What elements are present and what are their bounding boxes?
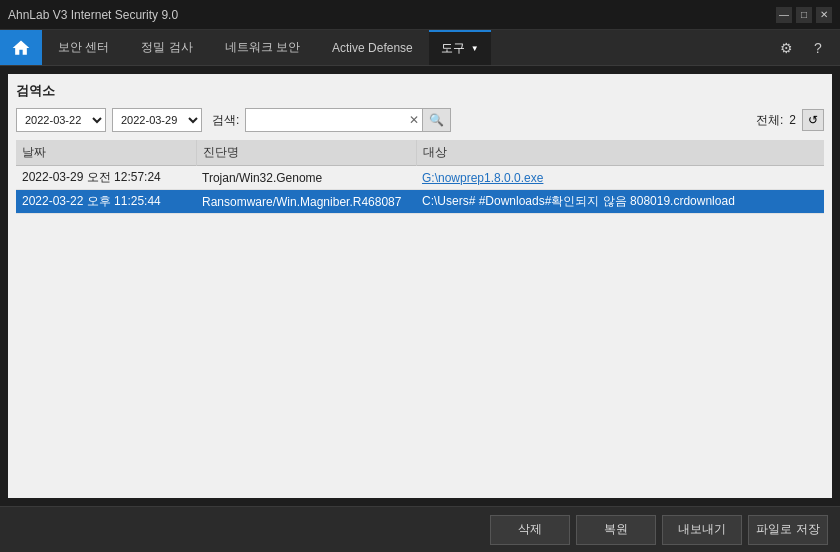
col-target: 대상	[416, 140, 824, 166]
title-bar-left: AhnLab V3 Internet Security 9.0	[8, 8, 178, 22]
search-input[interactable]	[246, 109, 406, 131]
table-row[interactable]: 2022-03-22 오후 11:25:44Ransomware/Win.Mag…	[16, 190, 824, 214]
refresh-icon: ↺	[808, 113, 818, 127]
cell-date: 2022-03-22 오후 11:25:44	[16, 190, 196, 214]
search-clear-button[interactable]: ✕	[406, 113, 422, 127]
date-from-select[interactable]: 2022-03-22	[16, 108, 106, 132]
cell-diagnosis: Ransomware/Win.Magniber.R468087	[196, 190, 416, 214]
save-file-button[interactable]: 파일로 저장	[748, 515, 828, 545]
nav-item-active-defense[interactable]: Active Defense	[316, 30, 429, 65]
table-header: 날짜 진단명 대상	[16, 140, 824, 166]
export-button[interactable]: 내보내기	[662, 515, 742, 545]
tools-dropdown-arrow: ▼	[471, 44, 479, 53]
total-label: 전체:	[756, 112, 783, 129]
refresh-button[interactable]: ↺	[802, 109, 824, 131]
main-content: 검역소 2022-03-22 2022-03-29 검색: ✕ 🔍 전체: 2 …	[8, 74, 832, 498]
settings-icon: ⚙	[780, 40, 793, 56]
restore-button[interactable]: 복원	[576, 515, 656, 545]
title-bar-controls: — □ ✕	[776, 7, 832, 23]
nav-item-network-security[interactable]: 네트워크 보안	[209, 30, 316, 65]
app-title: AhnLab V3 Internet Security 9.0	[8, 8, 178, 22]
total-count-value: 2	[789, 113, 796, 127]
help-icon: ?	[814, 40, 822, 56]
col-date: 날짜	[16, 140, 196, 166]
total-count-area: 전체: 2 ↺	[756, 109, 824, 131]
cell-target: C:\Users# #Downloads#확인되지 않음 808019.crdo…	[416, 190, 824, 214]
cell-date: 2022-03-29 오전 12:57:24	[16, 166, 196, 190]
minimize-button[interactable]: —	[776, 7, 792, 23]
search-container: ✕ 🔍	[245, 108, 451, 132]
search-go-button[interactable]: 🔍	[422, 109, 450, 131]
date-to-select[interactable]: 2022-03-29	[112, 108, 202, 132]
target-link[interactable]: G:\nowprep1.8.0.0.exe	[422, 171, 543, 185]
home-nav-button[interactable]	[0, 30, 42, 65]
search-icon: 🔍	[429, 113, 444, 127]
cell-target[interactable]: G:\nowprep1.8.0.0.exe	[416, 166, 824, 190]
title-bar: AhnLab V3 Internet Security 9.0 — □ ✕	[0, 0, 840, 30]
quarantine-table: 날짜 진단명 대상 2022-03-29 오전 12:57:24Trojan/W…	[16, 140, 824, 214]
nav-item-tools[interactable]: 도구 ▼	[429, 30, 491, 65]
table-body: 2022-03-29 오전 12:57:24Trojan/Win32.Genom…	[16, 166, 824, 214]
nav-bar: 보안 센터 정밀 검사 네트워크 보안 Active Defense 도구 ▼ …	[0, 30, 840, 66]
section-title: 검역소	[16, 82, 824, 100]
delete-button[interactable]: 삭제	[490, 515, 570, 545]
nav-item-deep-scan[interactable]: 정밀 검사	[125, 30, 208, 65]
cell-diagnosis: Trojan/Win32.Genome	[196, 166, 416, 190]
nav-item-security-center[interactable]: 보안 센터	[42, 30, 125, 65]
nav-right-controls: ⚙ ?	[772, 30, 840, 65]
search-label: 검색:	[212, 112, 239, 129]
maximize-button[interactable]: □	[796, 7, 812, 23]
close-button[interactable]: ✕	[816, 7, 832, 23]
toolbar-row: 2022-03-22 2022-03-29 검색: ✕ 🔍 전체: 2 ↺	[16, 108, 824, 132]
col-diagnosis: 진단명	[196, 140, 416, 166]
table-row[interactable]: 2022-03-29 오전 12:57:24Trojan/Win32.Genom…	[16, 166, 824, 190]
help-button[interactable]: ?	[804, 34, 832, 62]
home-icon	[11, 38, 31, 58]
settings-button[interactable]: ⚙	[772, 34, 800, 62]
bottom-bar: 삭제 복원 내보내기 파일로 저장	[0, 506, 840, 552]
